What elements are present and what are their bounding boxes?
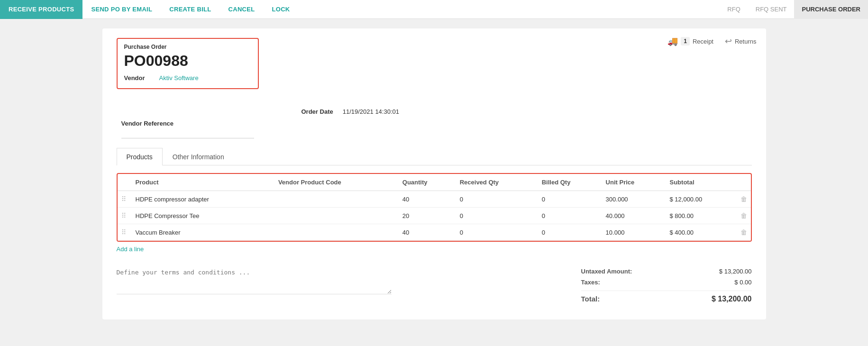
- untaxed-amount-row: Untaxed Amount: $ 13,200.00: [581, 266, 752, 277]
- subtotal-2: $ 800.00: [666, 208, 737, 224]
- subtotal-1: $ 12,000.00: [666, 191, 737, 208]
- vendor-reference-label: Vendor Reference: [121, 120, 752, 127]
- status-rfq[interactable]: RFQ: [720, 0, 748, 19]
- doc-actions: 🚚 1 Receipt ↩ Returns: [667, 36, 756, 46]
- status-rfq-sent[interactable]: RFQ SENT: [748, 0, 795, 19]
- table-row: ⠿ HDPE Compressor Tee 20 0 0 40.000 $ 80…: [118, 208, 751, 224]
- total-value: $ 13,200.00: [712, 295, 752, 303]
- status-bar: RFQ RFQ SENT PURCHASE ORDER: [720, 0, 868, 19]
- lock-button[interactable]: LOCK: [264, 0, 299, 19]
- main-content: 🚚 1 Receipt ↩ Returns Purchase Order PO0…: [0, 19, 868, 346]
- receipt-count: 1: [681, 37, 690, 46]
- col-billed-qty: Billed Qty: [538, 174, 602, 191]
- col-unit-price: Unit Price: [602, 174, 666, 191]
- untaxed-label: Untaxed Amount:: [581, 268, 632, 275]
- drag-handle-2[interactable]: ⠿: [121, 212, 128, 219]
- products-table: Product Vendor Product Code Quantity Rec…: [118, 174, 751, 241]
- terms-textarea[interactable]: [117, 266, 392, 294]
- vendor-row: Vendor Aktiv Software: [124, 74, 251, 82]
- add-line-button[interactable]: Add a line: [117, 242, 144, 256]
- table-header-row: Product Vendor Product Code Quantity Rec…: [118, 174, 751, 191]
- subtotal-3: $ 400.00: [666, 224, 737, 241]
- truck-icon: 🚚: [667, 36, 678, 46]
- quantity-1: 40: [399, 191, 456, 208]
- cancel-button[interactable]: CANCEL: [220, 0, 264, 19]
- total-row: Total: $ 13,200.00: [581, 291, 752, 305]
- products-table-wrapper: Product Vendor Product Code Quantity Rec…: [117, 173, 752, 242]
- received-qty-3: 0: [456, 224, 538, 241]
- delete-row-3[interactable]: 🗑: [740, 228, 747, 236]
- received-qty-2: 0: [456, 208, 538, 224]
- receipt-label: Receipt: [693, 38, 713, 45]
- delete-row-1[interactable]: 🗑: [740, 195, 747, 203]
- send-po-by-email-button[interactable]: SEND PO BY EMAIL: [82, 0, 161, 19]
- product-name-1: HDPE compressor adapter: [132, 191, 274, 208]
- col-received-qty: Received Qty: [456, 174, 538, 191]
- billed-qty-2: 0: [538, 208, 602, 224]
- create-bill-button[interactable]: CREATE BILL: [161, 0, 219, 19]
- vendor-reference-group: Vendor Reference: [121, 120, 752, 138]
- taxes-row: Taxes: $ 0.00: [581, 277, 752, 288]
- po-number: PO00988: [124, 52, 251, 70]
- returns-label: Returns: [735, 38, 757, 45]
- col-handle: [118, 174, 132, 191]
- table-row: ⠿ Vaccum Breaker 40 0 0 10.000 $ 400.00 …: [118, 224, 751, 241]
- tabs: Products Other Information: [117, 148, 752, 165]
- returns-icon: ↩: [725, 36, 732, 46]
- receipt-action[interactable]: 🚚 1 Receipt: [667, 36, 713, 46]
- quantity-2: 20: [399, 208, 456, 224]
- products-tab-content: Product Vendor Product Code Quantity Rec…: [117, 173, 752, 256]
- bottom-section: Untaxed Amount: $ 13,200.00 Taxes: $ 0.0…: [117, 266, 752, 305]
- billed-qty-3: 0: [538, 224, 602, 241]
- status-purchase-order[interactable]: PURCHASE ORDER: [794, 0, 868, 19]
- order-date-label: Order Date: [302, 108, 333, 115]
- quantity-3: 40: [399, 224, 456, 241]
- table-row: ⠿ HDPE compressor adapter 40 0 0 300.000…: [118, 191, 751, 208]
- unit-price-1: 300.000: [602, 191, 666, 208]
- untaxed-value: $ 13,200.00: [719, 268, 752, 275]
- vendor-label: Vendor: [124, 74, 145, 82]
- vendor-value[interactable]: Aktiv Software: [159, 74, 199, 82]
- drag-handle-3[interactable]: ⠿: [121, 228, 128, 236]
- total-label: Total:: [581, 295, 600, 303]
- vendor-code-3: [274, 224, 399, 241]
- vendor-code-1: [274, 191, 399, 208]
- drag-handle-1[interactable]: ⠿: [121, 195, 128, 203]
- po-label: Purchase Order: [124, 44, 251, 50]
- form-card: 🚚 1 Receipt ↩ Returns Purchase Order PO0…: [102, 28, 766, 319]
- unit-price-2: 40.000: [602, 208, 666, 224]
- taxes-label: Taxes:: [581, 279, 600, 286]
- billed-qty-1: 0: [538, 191, 602, 208]
- product-name-2: HDPE Compressor Tee: [132, 208, 274, 224]
- product-name-3: Vaccum Breaker: [132, 224, 274, 241]
- received-qty-1: 0: [456, 191, 538, 208]
- taxes-value: $ 0.00: [734, 279, 751, 286]
- terms-section: [117, 266, 572, 305]
- vendor-reference-input[interactable]: [121, 129, 254, 138]
- toolbar: RECEIVE PRODUCTS SEND PO BY EMAIL CREATE…: [0, 0, 868, 19]
- po-header-box: Purchase Order PO00988 Vendor Aktiv Soft…: [117, 38, 259, 89]
- col-actions: [737, 174, 751, 191]
- tab-products[interactable]: Products: [117, 148, 163, 165]
- returns-action[interactable]: ↩ Returns: [725, 36, 757, 46]
- delete-row-2[interactable]: 🗑: [740, 212, 747, 219]
- receive-products-button[interactable]: RECEIVE PRODUCTS: [0, 0, 82, 19]
- col-quantity: Quantity: [399, 174, 456, 191]
- col-subtotal: Subtotal: [666, 174, 737, 191]
- tab-other-information[interactable]: Other Information: [163, 148, 234, 165]
- vendor-code-2: [274, 208, 399, 224]
- col-vendor-code: Vendor Product Code: [274, 174, 399, 191]
- col-product: Product: [132, 174, 274, 191]
- order-date-value: 11/19/2021 14:30:01: [343, 108, 399, 115]
- totals-section: Untaxed Amount: $ 13,200.00 Taxes: $ 0.0…: [581, 266, 752, 305]
- unit-price-3: 10.000: [602, 224, 666, 241]
